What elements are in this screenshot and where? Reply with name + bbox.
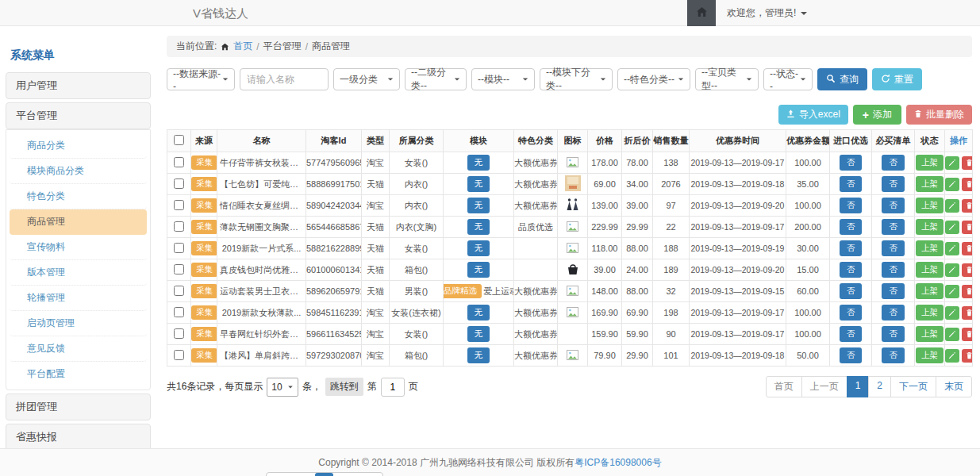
must-buy-flag-button[interactable]: 否 xyxy=(882,283,905,299)
must-buy-flag-button[interactable]: 否 xyxy=(882,326,905,342)
page-button-上一页[interactable]: 上一页 xyxy=(801,376,847,397)
must-buy-flag-button[interactable]: 否 xyxy=(882,262,905,278)
add-button[interactable]: + 添加 xyxy=(853,105,901,125)
row-checkbox[interactable] xyxy=(174,264,184,274)
row-checkbox[interactable] xyxy=(174,178,184,189)
sidebar-submenu-item[interactable]: 启动页管理 xyxy=(10,311,147,336)
row-checkbox[interactable] xyxy=(174,307,184,317)
breadcrumb-item-home[interactable]: 首页 xyxy=(233,40,252,53)
must-buy-flag-button[interactable]: 否 xyxy=(882,198,905,213)
sidebar-item-省惠快报[interactable]: 省惠快报 xyxy=(6,424,151,451)
module-none-button[interactable]: 无 xyxy=(467,155,490,171)
batch-delete-button[interactable]: 批量删除 xyxy=(906,105,972,125)
import-flag-button[interactable]: 否 xyxy=(840,240,863,256)
delete-button[interactable] xyxy=(962,156,973,170)
row-checkbox[interactable] xyxy=(174,200,184,210)
status-select[interactable]: --状态-- xyxy=(763,68,813,90)
edit-button[interactable] xyxy=(945,306,959,320)
status-button[interactable]: 上架 xyxy=(916,283,943,299)
module-none-button[interactable]: 无 xyxy=(467,219,490,235)
status-button[interactable]: 上架 xyxy=(916,219,943,235)
module-none-button[interactable]: 无 xyxy=(467,176,490,192)
sidebar-submenu-item[interactable]: 宣传物料 xyxy=(10,235,147,260)
must-buy-flag-button[interactable]: 否 xyxy=(882,219,905,235)
sidebar-submenu-item[interactable]: 轮播管理 xyxy=(10,286,147,311)
page-button-下一页[interactable]: 下一页 xyxy=(890,376,936,397)
sidebar-submenu-item[interactable]: 模块商品分类 xyxy=(10,159,147,184)
row-checkbox[interactable] xyxy=(174,221,184,232)
sidebar-item-拼团管理[interactable]: 拼团管理 xyxy=(6,393,151,420)
edit-button[interactable] xyxy=(945,221,959,234)
import-flag-button[interactable]: 否 xyxy=(840,326,863,342)
delete-button[interactable] xyxy=(962,221,973,234)
status-button[interactable]: 上架 xyxy=(916,347,943,363)
sidebar-submenu-item[interactable]: 商品分类 xyxy=(10,133,147,159)
edit-button[interactable] xyxy=(945,199,959,213)
edit-button[interactable] xyxy=(945,285,959,298)
edit-button[interactable] xyxy=(945,349,959,363)
edit-button[interactable] xyxy=(945,328,959,341)
import-excel-button[interactable]: 导入excel xyxy=(778,105,848,125)
jump-page-input[interactable] xyxy=(381,378,405,397)
edit-button[interactable] xyxy=(945,178,959,191)
user-menu[interactable]: 欢迎您，管理员! xyxy=(716,0,818,26)
edit-button[interactable] xyxy=(945,242,959,255)
per-page-select[interactable]: 10 xyxy=(267,378,298,397)
module-none-button[interactable]: 无 xyxy=(467,347,490,363)
module-select[interactable]: --模块-- xyxy=(471,68,535,90)
delete-button[interactable] xyxy=(962,306,973,320)
module-none-button[interactable]: 无 xyxy=(467,262,490,278)
import-flag-button[interactable]: 否 xyxy=(840,283,863,299)
import-flag-button[interactable]: 否 xyxy=(840,347,863,363)
delete-button[interactable] xyxy=(962,199,973,213)
reset-button[interactable]: 重置 xyxy=(872,68,922,90)
row-checkbox[interactable] xyxy=(174,328,184,339)
sidebar-submenu-item[interactable]: 版本管理 xyxy=(10,260,147,286)
row-checkbox[interactable] xyxy=(174,157,184,167)
row-checkbox[interactable] xyxy=(174,243,184,253)
module-sub-category-select[interactable]: --模块下分类-- xyxy=(540,68,613,90)
sidebar-submenu-item[interactable]: 平台配置 xyxy=(10,362,147,386)
row-checkbox[interactable] xyxy=(174,350,184,360)
delete-button[interactable] xyxy=(962,263,973,277)
page-button-2[interactable]: 2 xyxy=(868,376,891,397)
delete-button[interactable] xyxy=(962,285,973,298)
sidebar-item-platform-management[interactable]: 平台管理 xyxy=(6,102,151,129)
sidebar-item-user-management[interactable]: 用户管理 xyxy=(6,72,151,99)
delete-button[interactable] xyxy=(962,328,973,341)
edit-button[interactable] xyxy=(945,263,959,277)
module-none-button[interactable]: 无 xyxy=(467,198,490,213)
item-type-select[interactable]: --宝贝类型-- xyxy=(695,68,759,90)
import-flag-button[interactable]: 否 xyxy=(840,198,863,213)
must-buy-flag-button[interactable]: 否 xyxy=(882,347,905,363)
delete-button[interactable] xyxy=(962,178,973,191)
must-buy-flag-button[interactable]: 否 xyxy=(882,240,905,256)
import-flag-button[interactable]: 否 xyxy=(840,262,863,278)
must-buy-flag-button[interactable]: 否 xyxy=(882,155,905,171)
status-button[interactable]: 上架 xyxy=(916,305,943,321)
module-none-button[interactable]: 无 xyxy=(467,326,490,342)
status-button[interactable]: 上架 xyxy=(916,198,943,213)
import-flag-button[interactable]: 否 xyxy=(840,155,863,171)
status-button[interactable]: 上架 xyxy=(916,262,943,278)
jump-button[interactable]: 跳转到 xyxy=(325,378,363,396)
must-buy-flag-button[interactable]: 否 xyxy=(882,176,905,192)
level2-category-select[interactable]: --二级分类-- xyxy=(405,68,467,90)
status-button[interactable]: 上架 xyxy=(916,240,943,256)
must-buy-flag-button[interactable]: 否 xyxy=(882,305,905,321)
home-button[interactable] xyxy=(687,0,716,26)
import-flag-button[interactable]: 否 xyxy=(840,305,863,321)
module-none-button[interactable]: 无 xyxy=(467,240,490,256)
sidebar-submenu-item[interactable]: 特色分类 xyxy=(10,184,147,209)
status-button[interactable]: 上架 xyxy=(916,176,943,192)
delete-button[interactable] xyxy=(962,349,973,363)
sidebar-submenu-item[interactable]: 商品管理 xyxy=(10,209,147,235)
row-checkbox[interactable] xyxy=(174,286,184,296)
import-flag-button[interactable]: 否 xyxy=(840,176,863,192)
page-button-首页[interactable]: 首页 xyxy=(766,376,802,397)
select-all-checkbox[interactable] xyxy=(174,135,184,145)
status-button[interactable]: 上架 xyxy=(916,155,943,171)
level1-category-select[interactable]: 一级分类 xyxy=(333,68,400,90)
data-source-select[interactable]: --数据来源-- xyxy=(167,68,235,90)
icp-link[interactable]: 粤ICP备16098006号 xyxy=(575,457,661,468)
